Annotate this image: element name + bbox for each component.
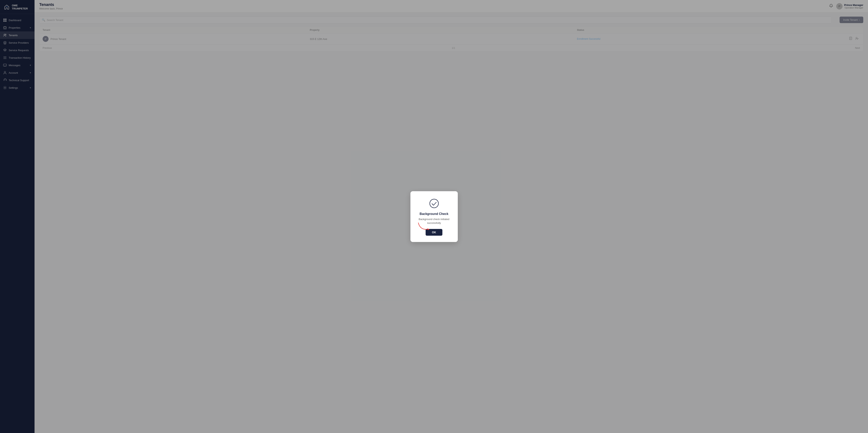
check-circle-icon [417, 198, 452, 209]
modal-ok-button[interactable]: OK [426, 229, 442, 236]
svg-point-13 [430, 199, 438, 208]
background-check-modal: Background Check Background check initia… [410, 191, 458, 242]
modal-overlay: Background Check Background check initia… [34, 0, 868, 433]
modal-message: Background check initiated successfully [417, 217, 452, 225]
main-area: Tenants Welcome back, Prince P Prince Ma… [34, 0, 868, 433]
modal-title: Background Check [417, 212, 452, 216]
